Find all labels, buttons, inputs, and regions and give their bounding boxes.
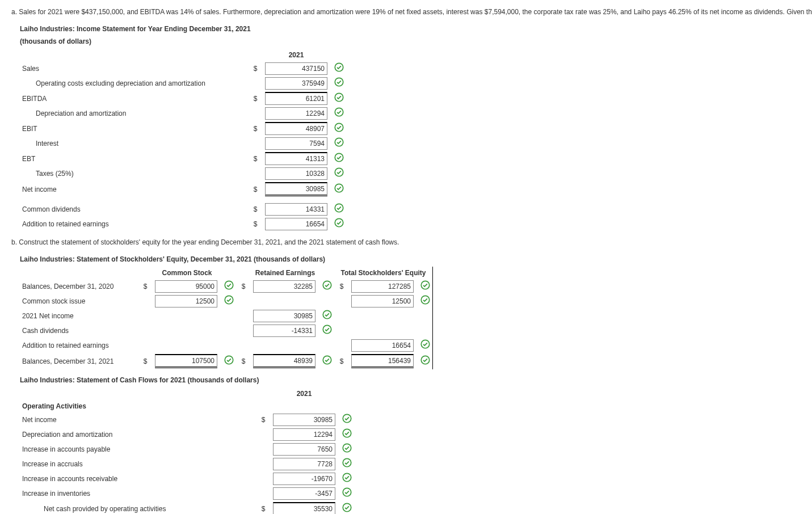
check-icon <box>334 107 344 120</box>
check-icon <box>342 473 352 485</box>
is-row-label: EBIT <box>20 121 248 136</box>
cf-net-input[interactable]: 35530 <box>273 502 335 514</box>
stockholders-equity-table: Common Stock Retained Earnings Total Sto… <box>20 267 433 369</box>
cf-row-label: Net cash provided by operating activitie… <box>20 501 256 514</box>
is-interest-input[interactable]: 7594 <box>265 137 327 150</box>
is-row-label: Interest <box>20 136 248 151</box>
cf-year-header: 2021 <box>271 387 338 400</box>
se-bal20-tse-input[interactable]: 127285 <box>351 280 414 293</box>
se-cd-re-input[interactable]: -14331 <box>253 325 315 337</box>
check-icon <box>334 153 344 165</box>
cf-row-label: Depreciation and amortization <box>20 427 256 442</box>
se-row-label: Balances, December 31, 2020 <box>20 279 138 294</box>
check-icon <box>420 295 430 307</box>
income-statement-subtitle: (thousands of dollars) <box>20 36 801 47</box>
check-icon <box>334 183 344 196</box>
cf-ni-input[interactable]: 30985 <box>273 414 335 426</box>
check-icon <box>322 280 332 293</box>
se-bal20-re-input[interactable]: 32285 <box>253 280 315 293</box>
income-statement-title: Laiho Industries: Income Statement for Y… <box>20 24 801 34</box>
se-title: Laiho Industries: Statement of Stockhold… <box>20 254 801 264</box>
check-icon <box>224 280 234 293</box>
is-sales-input[interactable]: 437150 <box>265 62 327 75</box>
cf-acc-input[interactable]: 7728 <box>273 458 335 470</box>
check-icon <box>334 123 344 135</box>
check-icon <box>342 458 352 470</box>
is-dividends-input[interactable]: 14331 <box>265 203 327 216</box>
part-a-prompt: a. Sales for 2021 were $437,150,000, and… <box>11 7 801 17</box>
dollar-sign: $ <box>248 217 263 231</box>
is-row-label: Common dividends <box>20 202 248 217</box>
is-opcosts-input[interactable]: 375949 <box>265 77 327 90</box>
dollar-sign: $ <box>248 61 263 76</box>
check-icon <box>322 325 332 337</box>
cf-row-label: Increase in accounts receivable <box>20 471 256 486</box>
cf-inv-input[interactable]: -3457 <box>273 487 335 500</box>
check-icon <box>224 295 234 307</box>
check-icon <box>334 203 344 216</box>
dollar-sign: $ <box>138 353 153 369</box>
se-row-label: Common stock issue <box>20 294 138 309</box>
is-ebitda-input[interactable]: 61201 <box>265 92 327 105</box>
is-ebt-input[interactable]: 41313 <box>265 152 327 165</box>
se-row-label: 2021 Net income <box>20 309 138 323</box>
is-row-label: Depreciation and amortization <box>20 106 248 121</box>
se-row-label: Balances, December 31, 2021 <box>20 353 138 369</box>
cf-row-label: Net income <box>20 412 256 427</box>
se-issue-cs-input[interactable]: 12500 <box>155 295 217 307</box>
is-row-label: EBT <box>20 151 248 166</box>
check-icon <box>420 339 430 352</box>
se-header-cs: Common Stock <box>138 267 236 279</box>
cf-row-label: Increase in accruals <box>20 457 256 471</box>
is-row-label: Sales <box>20 61 248 76</box>
check-icon <box>334 137 344 150</box>
se-header-tse: Total Stockholders' Equity <box>334 267 433 279</box>
check-icon <box>342 414 352 426</box>
is-row-label: EBITDA <box>20 91 248 106</box>
dollar-sign: $ <box>248 121 263 136</box>
se-bal21-cs-input[interactable]: 107500 <box>155 354 217 368</box>
dollar-sign: $ <box>256 501 271 514</box>
dollar-sign: $ <box>138 279 153 294</box>
se-bal21-re-input[interactable]: 48939 <box>253 354 315 368</box>
is-da-input[interactable]: 12294 <box>265 107 327 120</box>
se-row-label: Addition to retained earnings <box>20 338 138 353</box>
check-icon <box>342 487 352 500</box>
income-statement-table: 2021 Sales$437150 Operating costs exclud… <box>20 49 346 231</box>
dollar-sign: $ <box>248 202 263 217</box>
check-icon <box>224 355 234 368</box>
check-icon <box>342 428 352 441</box>
dollar-sign: $ <box>334 353 349 369</box>
is-ebit-input[interactable]: 48907 <box>265 122 327 135</box>
dollar-sign: $ <box>248 181 263 197</box>
dollar-sign: $ <box>248 91 263 106</box>
se-bal20-cs-input[interactable]: 95000 <box>155 280 217 293</box>
is-row-label: Addition to retained earnings <box>20 217 248 231</box>
se-are-tse-input[interactable]: 16654 <box>351 339 414 352</box>
cashflow-table: 2021 Operating Activities Net income$309… <box>20 387 354 514</box>
is-row-label: Taxes (25%) <box>20 166 248 181</box>
check-icon <box>334 77 344 90</box>
is-retained-input[interactable]: 16654 <box>265 218 327 230</box>
dollar-sign: $ <box>236 353 251 369</box>
se-bal21-tse-input[interactable]: 156439 <box>351 354 414 368</box>
se-issue-tse-input[interactable]: 12500 <box>351 295 414 307</box>
is-netincome-input[interactable]: 30985 <box>265 182 327 196</box>
check-icon <box>342 503 352 515</box>
check-icon <box>420 280 430 293</box>
is-taxes-input[interactable]: 10328 <box>265 167 327 180</box>
se-ni-re-input[interactable]: 30985 <box>253 310 315 322</box>
is-year-header: 2021 <box>263 49 330 61</box>
se-header-re: Retained Earnings <box>236 267 334 279</box>
dollar-sign: $ <box>256 412 271 427</box>
cf-row-label: Increase in accounts payable <box>20 442 256 457</box>
is-row-label: Net income <box>20 181 248 197</box>
cf-ar-input[interactable]: -19670 <box>273 473 335 485</box>
cf-da-input[interactable]: 12294 <box>273 428 335 441</box>
cf-ap-input[interactable]: 7650 <box>273 443 335 456</box>
part-b-prompt: b. Construct the statement of stockholde… <box>11 237 801 247</box>
cf-section-header: Operating Activities <box>20 400 256 412</box>
check-icon <box>334 92 344 105</box>
check-icon <box>322 355 332 368</box>
dollar-sign: $ <box>236 279 251 294</box>
